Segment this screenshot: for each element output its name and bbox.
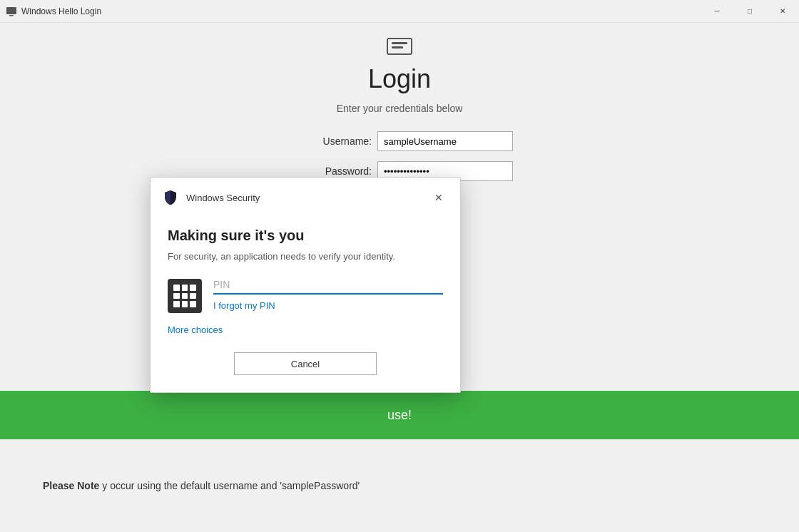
green-banner-text: use! (387, 408, 412, 423)
forgot-pin-link[interactable]: I forgot my PIN (213, 300, 443, 311)
pin-dot-3 (190, 285, 196, 291)
green-banner: use! (0, 391, 799, 439)
pin-dot-6 (190, 293, 196, 300)
pin-input-group: I forgot my PIN (213, 276, 443, 311)
minimize-button[interactable]: ─ (701, 0, 733, 23)
password-label: Password: (286, 165, 372, 177)
pin-dot-5 (182, 293, 188, 300)
svg-rect-4 (392, 46, 403, 48)
windows-shield-icon (162, 189, 179, 206)
page-title: Login (368, 64, 431, 94)
maximize-button[interactable]: □ (733, 0, 766, 23)
pin-pad-icon (168, 279, 202, 313)
dialog-header-left: Windows Security (162, 189, 260, 206)
username-input[interactable] (377, 131, 513, 151)
pin-dot-4 (173, 293, 180, 300)
login-subtitle: Enter your credentials below (337, 103, 463, 114)
svg-rect-3 (392, 42, 407, 44)
title-bar-left: Windows Hello Login (6, 6, 101, 17)
svg-rect-1 (9, 15, 14, 16)
username-row: Username: (286, 131, 513, 151)
dialog-close-button[interactable]: ✕ (429, 188, 449, 208)
title-bar-controls: ─ □ ✕ (701, 0, 799, 23)
pin-dot-7 (173, 301, 180, 307)
security-dialog: Windows Security ✕ Making sure it's you … (150, 177, 461, 393)
note-body: y occur using the default username and '… (102, 480, 360, 491)
svg-rect-0 (6, 7, 16, 14)
pin-dot-9 (190, 301, 196, 307)
dialog-header: Windows Security ✕ (151, 178, 460, 216)
pin-dot-8 (182, 301, 188, 307)
username-label: Username: (286, 135, 372, 147)
pin-input[interactable] (213, 276, 443, 295)
dialog-body: Making sure it's you For security, an ap… (151, 216, 460, 392)
note-section: Please Note y occur using the default us… (0, 439, 799, 532)
dialog-main-title: Making sure it's you (168, 227, 443, 244)
title-bar: Windows Hello Login ─ □ ✕ (0, 0, 799, 23)
pin-row: I forgot my PIN (168, 276, 443, 313)
title-bar-title: Windows Hello Login (21, 6, 101, 16)
login-card-icon (382, 37, 417, 58)
pin-dot-1 (173, 285, 180, 291)
pin-dot-2 (182, 285, 188, 291)
note-prefix: Please Note (43, 480, 99, 491)
close-button[interactable]: ✕ (766, 0, 799, 23)
cancel-button[interactable]: Cancel (234, 352, 377, 375)
dialog-footer: Cancel (168, 349, 443, 375)
dialog-header-title: Windows Security (186, 193, 260, 203)
dialog-description: For security, an application needs to ve… (168, 251, 443, 262)
more-choices-link[interactable]: More choices (168, 324, 443, 335)
app-icon (6, 6, 17, 17)
note-text: Please Note y occur using the default us… (43, 478, 360, 493)
login-icon-container (382, 37, 417, 61)
